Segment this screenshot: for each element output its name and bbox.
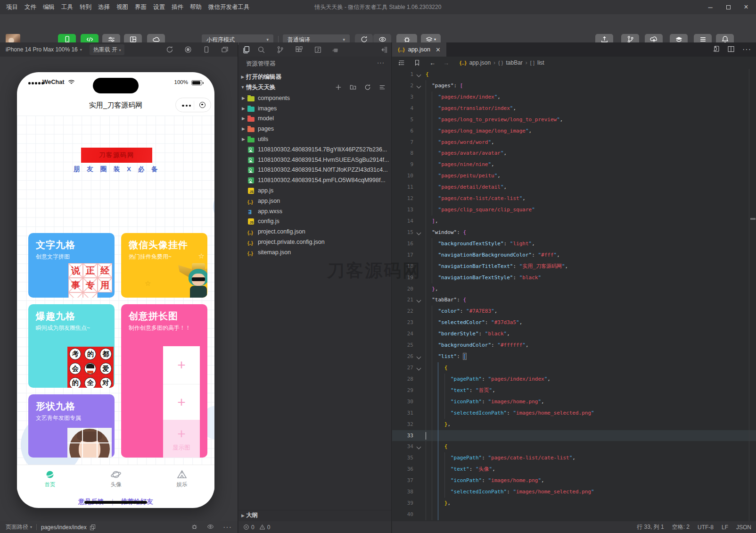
code-line-11[interactable]: 11 "pages/detail/detail", <box>392 182 756 193</box>
code-line-27[interactable]: 27 { <box>392 362 756 374</box>
tree-item-1108100302.480839154[interactable]: 1108100302.480839154.pmFLO5W84cqM998f... <box>238 175 391 185</box>
tree-item-pages[interactable]: ▶pages <box>238 124 391 134</box>
breadcrumb-node[interactable]: tabBar <box>506 59 522 66</box>
menu-4[interactable]: 转到 <box>80 3 91 11</box>
close-button[interactable]: × <box>743 3 749 11</box>
tree-item-model[interactable]: ▶model <box>238 114 391 124</box>
maximize-button[interactable] <box>725 4 731 11</box>
code-line-6[interactable]: 6 "pages/long_image/long_image", <box>392 125 756 137</box>
code-line-7[interactable]: 7 "pages/word/word", <box>392 137 756 148</box>
code-line-15[interactable]: 15 "window": { <box>392 227 756 238</box>
code-line-28[interactable]: 28 "pagePath": "pages/index/index", <box>392 374 756 385</box>
code-line-13[interactable]: 13 "pages/clip_square/clip_square" <box>392 204 756 216</box>
collapse-sidebar-icon[interactable] <box>380 46 388 54</box>
tree-item-1108100302.480839154[interactable]: 1108100302.480839154.HvmSUEEASgBu2914f..… <box>238 155 391 165</box>
debug-icon[interactable] <box>191 523 198 532</box>
menu-6[interactable]: 视图 <box>116 3 128 11</box>
record-icon[interactable] <box>184 46 192 53</box>
code-line-30[interactable]: 30 "iconPath": "images/home.png", <box>392 396 756 408</box>
status-encoding[interactable]: UTF-8 <box>698 524 714 531</box>
code-line-2[interactable]: 2 "pages": [ <box>392 80 756 92</box>
tree-item-1108100302.480839154[interactable]: 1108100302.480839154.7BgYlliX46PZ527b236… <box>238 144 391 155</box>
code-line-38[interactable]: 38 "selectedIconPath": "images/home_sele… <box>392 486 756 498</box>
phone-tab-2[interactable]: 娱乐 <box>163 469 201 488</box>
menu-3[interactable]: 工具 <box>61 3 73 11</box>
code-line-21[interactable]: 21 "tabBar": { <box>392 294 756 306</box>
code-line-22[interactable]: 22 "color": "#7A7E83", <box>392 306 756 317</box>
menu-1[interactable]: 文件 <box>25 3 36 11</box>
code-line-29[interactable]: 29 "text": "首页", <box>392 385 756 396</box>
rotate-icon[interactable] <box>166 46 173 53</box>
code-line-1[interactable]: 1{ <box>392 69 756 80</box>
tab-close-icon[interactable]: ✕ <box>436 46 441 53</box>
refresh-icon[interactable] <box>364 84 371 91</box>
code-line-18[interactable]: 18 "navigationBarTitleText": "实用_刀客源码网", <box>392 261 756 272</box>
card-4[interactable]: 形状九格文艺青年发图专属 <box>28 394 115 458</box>
editor-scrollbar[interactable] <box>749 69 756 521</box>
explorer-more-icon[interactable]: ··· <box>377 59 385 66</box>
code-line-16[interactable]: 16 "backgroundTextStyle": "light", <box>392 238 756 250</box>
device-frame-icon[interactable] <box>203 46 210 53</box>
code-line-36[interactable]: 36 "text": "头像", <box>392 464 756 475</box>
code-line-26[interactable]: 26 "list": [ <box>392 351 756 362</box>
tree-item-1108100302.480839154[interactable]: 1108100302.480839154.N0fTJfoKPZZI43d31c4… <box>238 165 391 175</box>
code-line-8[interactable]: 8 "pages/avatar/avatar", <box>392 148 756 159</box>
code-line-4[interactable]: 4 "pages/translator/index", <box>392 103 756 114</box>
page-path-label[interactable]: 页面路径 <box>6 523 28 531</box>
new-folder-icon[interactable] <box>350 84 356 91</box>
status-eol[interactable]: LF <box>722 524 728 531</box>
menu-9[interactable]: 插件 <box>172 3 183 11</box>
code-line-35[interactable]: 35 "pagePath": "pages/cate-list/cate-lis… <box>392 452 756 464</box>
teapot-activity-icon[interactable] <box>332 46 340 54</box>
code-editor[interactable]: 1{2 "pages": [3 "pages/index/index",4 "p… <box>392 69 756 521</box>
capsule-menu[interactable] <box>175 98 211 112</box>
nav-forward-icon[interactable]: → <box>443 59 449 67</box>
copy-path-icon[interactable] <box>90 525 95 530</box>
card-2[interactable]: 爆趣九格瞬间成为朋友圈焦点~考的都会爱的全对 <box>28 304 115 388</box>
menu-8[interactable]: 设置 <box>153 3 165 11</box>
editor-more-icon[interactable]: ··· <box>742 45 751 54</box>
project-section[interactable]: ▼情头天天换 <box>238 82 391 92</box>
bookmark-icon[interactable] <box>414 59 420 66</box>
code-line-34[interactable]: 34 { <box>392 441 756 452</box>
breadcrumb-file[interactable]: app.json <box>469 59 491 66</box>
code-line-9[interactable]: 9 "pages/nine/nine", <box>392 159 756 170</box>
status-lang[interactable]: JSON <box>736 524 751 531</box>
menu-0[interactable]: 项目 <box>6 3 18 11</box>
outline-section[interactable]: ▶大纲 <box>238 510 391 520</box>
split-editor-icon[interactable] <box>727 45 735 54</box>
phone-tab-0[interactable]: 首页 <box>31 469 69 488</box>
code-line-3[interactable]: 3 "pages/index/index", <box>392 92 756 103</box>
new-file-icon[interactable] <box>335 84 342 91</box>
code-line-31[interactable]: 31 "selectedIconPath": "images/home_sele… <box>392 408 756 419</box>
card-1[interactable]: 微信头像挂件热门挂件免费用~☆☆ <box>121 233 207 298</box>
open-changes-icon[interactable] <box>712 45 720 54</box>
visibility-icon[interactable] <box>207 523 214 532</box>
extensions-activity-icon[interactable] <box>295 46 303 54</box>
status-line-col[interactable]: 行 33, 列 1 <box>637 523 664 531</box>
code-line-12[interactable]: 12 "pages/cate-list/cate-list", <box>392 193 756 204</box>
device-selector[interactable]: iPhone 14 Pro Max 100% 16 <box>0 46 78 53</box>
code-line-5[interactable]: 5 "pages/long_to_preview/long_to_preview… <box>392 114 756 125</box>
npm-activity-icon[interactable] <box>314 46 322 54</box>
open-editors-section[interactable]: ▶打开的编辑器 <box>238 72 391 82</box>
tree-item-app.js[interactable]: JSapp.js <box>238 185 391 196</box>
collapse-all-icon[interactable] <box>379 84 386 91</box>
tree-item-app.wxss[interactable]: ∃app.wxss <box>238 206 391 217</box>
code-line-39[interactable]: 39 }, <box>392 498 756 509</box>
menu-5[interactable]: 选择 <box>98 3 110 11</box>
banner-image[interactable]: 刀客源码网 <box>81 148 152 163</box>
tree-item-project.config.json[interactable]: {..}project.config.json <box>238 226 391 237</box>
code-line-23[interactable]: 23 "selectedColor": "#37d3a5", <box>392 317 756 328</box>
tree-item-config.js[interactable]: JSconfig.js <box>238 217 391 227</box>
code-line-33[interactable]: 33 <box>392 430 756 441</box>
minimize-button[interactable]: ─ <box>707 4 714 11</box>
code-line-40[interactable]: 40 <box>392 509 756 520</box>
status-spaces[interactable]: 空格: 2 <box>672 523 690 531</box>
code-line-37[interactable]: 37 "iconPath": "images/home.png", <box>392 475 756 486</box>
tree-item-images[interactable]: ▶images <box>238 103 391 114</box>
warnings-count[interactable]: 0 <box>259 524 271 531</box>
card-0[interactable]: 文字九格创意文字拼图说正经事专用 <box>28 233 115 298</box>
breadcrumb-node2[interactable]: list <box>537 59 544 66</box>
code-line-14[interactable]: 14 ], <box>392 216 756 227</box>
